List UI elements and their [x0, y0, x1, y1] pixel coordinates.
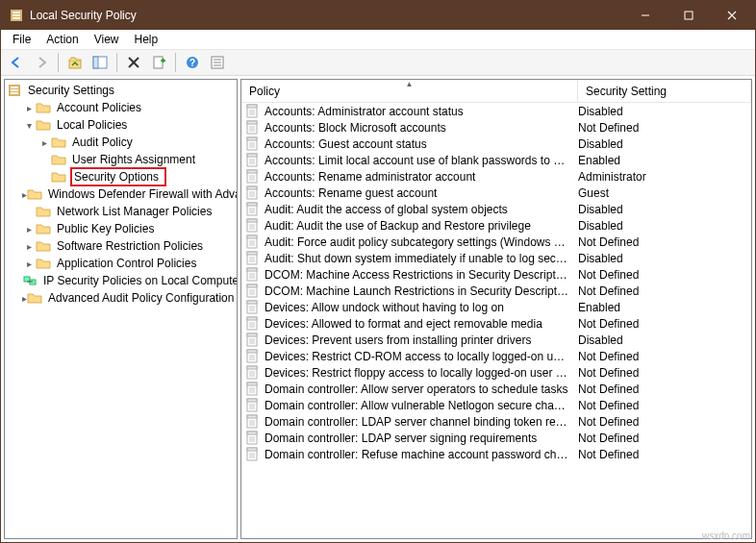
policy-setting: Not Defined — [578, 350, 751, 363]
policy-row[interactable]: Domain controller: LDAP server signing r… — [241, 430, 751, 446]
svg-rect-48 — [247, 170, 257, 173]
menu-file[interactable]: File — [5, 31, 38, 48]
folder-icon — [22, 273, 38, 288]
svg-rect-103 — [247, 350, 257, 353]
tree-item[interactable]: ▸Account Policies — [7, 99, 235, 116]
svg-rect-73 — [247, 252, 257, 255]
policy-row[interactable]: Audit: Shut down system immediately if u… — [241, 250, 751, 266]
minimize-button[interactable] — [623, 1, 667, 30]
policy-name: Audit: Force audit policy subcategory se… — [265, 235, 578, 249]
policy-row[interactable]: Domain controller: Allow vulnerable Netl… — [241, 397, 751, 413]
policy-row[interactable]: Devices: Restrict CD-ROM access to local… — [241, 348, 751, 364]
policy-icon — [245, 382, 261, 397]
menu-view[interactable]: View — [87, 31, 127, 48]
tree-item[interactable]: ▸Public Key Policies — [7, 220, 235, 237]
tree-item[interactable]: ▸Audit Policy — [7, 134, 235, 151]
policy-row[interactable]: Accounts: Limit local account use of bla… — [241, 152, 751, 168]
policy-row[interactable]: Domain controller: Refuse machine accoun… — [241, 446, 751, 462]
tree-expander-icon[interactable]: ▸ — [22, 101, 36, 114]
policy-row[interactable]: Accounts: Rename guest accountGuest — [241, 185, 751, 201]
policy-row[interactable]: Domain controller: LDAP server channel b… — [241, 413, 751, 430]
forward-button[interactable] — [30, 51, 53, 74]
policy-row[interactable]: Accounts: Administrator account statusDi… — [241, 103, 751, 119]
svg-rect-113 — [247, 383, 257, 385]
tree-item[interactable]: IP Security Policies on Local Computer — [7, 272, 235, 289]
tree-item[interactable]: ▸Application Control Policies — [7, 255, 235, 272]
folder-icon — [51, 152, 66, 167]
policy-name: Domain controller: Allow server operator… — [265, 383, 578, 396]
svg-rect-3 — [13, 17, 20, 19]
tree-item[interactable]: User Rights Assignment — [7, 151, 235, 168]
policy-icon — [245, 185, 261, 201]
up-button[interactable] — [63, 51, 87, 74]
delete-button[interactable] — [122, 51, 145, 74]
svg-rect-33 — [247, 121, 257, 124]
policy-row[interactable]: Audit: Audit the access of global system… — [241, 201, 751, 217]
policy-name: Domain controller: Refuse machine accoun… — [265, 448, 578, 461]
menu-action[interactable]: Action — [38, 31, 86, 48]
policy-row[interactable]: Accounts: Block Microsoft accountsNot De… — [241, 119, 751, 136]
policy-icon — [245, 431, 261, 446]
policy-row[interactable]: Devices: Prevent users from installing p… — [241, 332, 751, 348]
folder-icon — [51, 169, 66, 185]
policy-setting: Not Defined — [578, 366, 751, 380]
column-header-setting[interactable]: Security Setting — [578, 80, 751, 102]
content-area: Security Settings▸Account Policies▾Local… — [1, 76, 755, 542]
policy-name: Accounts: Guest account status — [265, 137, 578, 151]
show-hide-tree-button[interactable] — [88, 51, 112, 74]
policy-icon — [245, 251, 261, 266]
policy-setting: Administrator — [578, 170, 751, 184]
policy-row[interactable]: Audit: Force audit policy subcategory se… — [241, 234, 751, 250]
folder-icon — [36, 100, 51, 115]
folder-icon — [51, 135, 66, 150]
policy-row[interactable]: Devices: Allowed to format and eject rem… — [241, 315, 751, 332]
back-button[interactable] — [5, 51, 28, 74]
svg-rect-128 — [247, 432, 257, 434]
properties-button[interactable] — [206, 51, 229, 74]
folder-icon — [36, 117, 51, 133]
tree-expander-icon[interactable]: ▾ — [22, 118, 36, 132]
tree-expander-icon[interactable]: ▸ — [22, 257, 36, 270]
policy-row[interactable]: Devices: Restrict floppy access to local… — [241, 364, 751, 381]
policy-row[interactable]: Accounts: Guest account statusDisabled — [241, 136, 751, 152]
tree-label: Local Policies — [55, 118, 129, 132]
tree-item[interactable]: Security Options — [7, 168, 235, 185]
tree-expander-icon[interactable]: ▸ — [38, 136, 51, 149]
tree-expander-icon[interactable]: ▸ — [22, 222, 36, 235]
titlebar: Local Security Policy — [1, 1, 755, 30]
menubar: File Action View Help — [1, 30, 755, 49]
svg-rect-2 — [13, 14, 20, 16]
policy-row[interactable]: Audit: Audit the use of Backup and Resto… — [241, 217, 751, 234]
policy-row[interactable]: Devices: Allow undock without having to … — [241, 299, 751, 315]
sort-asc-icon: ▲ — [406, 80, 414, 88]
policy-name: Audit: Audit the access of global system… — [265, 203, 578, 216]
policy-icon — [245, 365, 261, 381]
menu-help[interactable]: Help — [127, 31, 166, 48]
help-button[interactable]: ? — [181, 51, 204, 74]
policy-name: DCOM: Machine Launch Restrictions in Sec… — [265, 284, 578, 298]
svg-rect-1 — [13, 12, 20, 13]
policy-list[interactable]: Accounts: Administrator account statusDi… — [241, 103, 751, 538]
policy-setting: Not Defined — [578, 268, 751, 282]
folder-icon — [36, 256, 51, 271]
close-button[interactable] — [710, 1, 753, 30]
tree-item[interactable]: ▸Windows Defender Firewall with Advanced… — [7, 185, 235, 203]
policy-name: DCOM: Machine Access Restrictions in Sec… — [265, 268, 578, 282]
tree-item[interactable]: ▸Software Restriction Policies — [7, 237, 235, 255]
tree-root[interactable]: Security Settings — [7, 82, 235, 99]
tree-item[interactable]: ▾Local Policies — [7, 116, 235, 134]
tree-item[interactable]: ▸Advanced Audit Policy Configuration — [7, 289, 235, 307]
security-tree[interactable]: Security Settings▸Account Policies▾Local… — [5, 80, 237, 538]
policy-row[interactable]: Accounts: Rename administrator accountAd… — [241, 168, 751, 185]
policy-row[interactable]: DCOM: Machine Launch Restrictions in Sec… — [241, 283, 751, 299]
policy-setting: Disabled — [578, 137, 751, 151]
maximize-button[interactable] — [667, 1, 710, 30]
column-header-policy[interactable]: Policy ▲ — [241, 80, 578, 102]
policy-icon — [245, 136, 261, 152]
policy-row[interactable]: DCOM: Machine Access Restrictions in Sec… — [241, 266, 751, 283]
policy-setting: Not Defined — [578, 121, 751, 135]
export-button[interactable] — [147, 51, 170, 74]
policy-row[interactable]: Domain controller: Allow server operator… — [241, 381, 751, 397]
tree-item[interactable]: Network List Manager Policies — [7, 203, 235, 220]
tree-expander-icon[interactable]: ▸ — [22, 239, 36, 253]
